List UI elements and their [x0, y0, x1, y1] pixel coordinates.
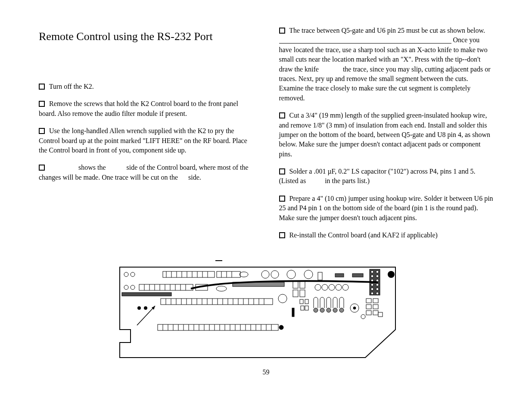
- checkbox-icon[interactable]: [279, 168, 285, 174]
- step-text: Re-install the Control board (and KAF2 i…: [289, 231, 438, 239]
- checkbox-icon[interactable]: [39, 165, 45, 171]
- svg-point-14: [124, 285, 128, 290]
- svg-point-113: [371, 292, 373, 295]
- page-title: Remote Control using the RS-232 Port: [39, 30, 253, 43]
- step-text: Use the long-handled Allen wrench suppli…: [39, 127, 247, 154]
- checkbox-icon[interactable]: [279, 232, 285, 238]
- right-step-2: Cut a 3/4" (19 mm) length of the supplie…: [279, 111, 494, 159]
- checkbox-icon[interactable]: [39, 84, 45, 90]
- svg-point-94: [333, 308, 337, 312]
- right-step-5: Re-install the Control board (and KAF2 i…: [279, 230, 494, 240]
- figure-container: [39, 256, 493, 360]
- right-column: The trace between Q5-gate and U6 pin 25 …: [279, 26, 494, 248]
- svg-rect-0: [163, 271, 215, 277]
- svg-rect-16: [139, 284, 193, 290]
- right-step-3: Solder a .001 µF, 0.2" LS capacitor ("10…: [279, 167, 494, 186]
- svg-rect-115: [366, 299, 371, 303]
- step-text: Turn off the K2.: [49, 83, 94, 90]
- right-step-4: Prepare a 4" (10 cm) jumper using hookup…: [279, 194, 494, 223]
- chip-body: [122, 293, 171, 296]
- two-column-layout: Remote Control using the RS-232 Port Tur…: [39, 26, 493, 248]
- step-text: shows the: [78, 164, 106, 171]
- left-step-3: Use the long-handled Allen wrench suppli…: [39, 126, 253, 155]
- svg-point-114: [376, 292, 379, 295]
- svg-rect-119: [366, 311, 371, 315]
- step-text: in the parts list.): [325, 177, 370, 184]
- step-text: side of the Control board, where most of…: [39, 164, 249, 181]
- page-root: Remote Control using the RS-232 Port Tur…: [0, 0, 532, 393]
- svg-point-109: [371, 283, 373, 286]
- svg-point-103: [371, 271, 373, 273]
- svg-point-105: [371, 275, 373, 277]
- svg-point-104: [376, 271, 379, 273]
- svg-rect-85: [292, 308, 294, 317]
- svg-rect-27: [161, 299, 273, 305]
- svg-point-110: [376, 283, 379, 286]
- checkbox-icon[interactable]: [39, 128, 45, 134]
- step-text: Remove the screws that hold the K2 Contr…: [39, 100, 238, 117]
- svg-rect-123: [335, 274, 344, 277]
- step-text: Cut a 3/4" (19 mm) length of the supplie…: [279, 112, 491, 158]
- left-step-1: Turn off the K2.: [39, 82, 253, 91]
- svg-rect-120: [373, 311, 378, 315]
- left-step-2: Remove the screws that hold the K2 Contr…: [39, 99, 253, 118]
- svg-point-92: [320, 308, 324, 312]
- pad-row-4: [158, 324, 283, 330]
- left-column: Remote Control using the RS-232 Port Tur…: [39, 26, 253, 248]
- svg-rect-122: [378, 312, 383, 317]
- svg-point-71: [279, 325, 283, 330]
- control-board-figure: [94, 256, 439, 360]
- step-text: Solder a .001 µF, 0.2" LS capacitor ("10…: [279, 168, 476, 184]
- page-number: 59: [39, 368, 493, 376]
- pad-dot-large: [388, 271, 395, 278]
- svg-point-93: [327, 308, 331, 312]
- svg-rect-124: [352, 274, 363, 277]
- svg-rect-118: [373, 305, 378, 309]
- svg-rect-1: [217, 271, 240, 277]
- svg-point-95: [339, 308, 344, 312]
- checkbox-icon[interactable]: [279, 196, 285, 202]
- step-text: Prepare a 4" (10 cm) jumper using hookup…: [279, 195, 493, 221]
- step-text: The trace between Q5-gate and U6 pin 25 …: [289, 27, 485, 34]
- pad-row-3: [161, 299, 273, 305]
- svg-point-112: [376, 288, 379, 290]
- svg-point-91: [314, 308, 318, 312]
- svg-rect-117: [366, 305, 371, 309]
- svg-rect-116: [373, 299, 378, 303]
- pad-row-1: [163, 271, 240, 277]
- left-step-4: shows the side of the Control board, whe…: [39, 163, 253, 182]
- pad-dot: [144, 306, 147, 310]
- svg-point-97: [353, 307, 356, 309]
- svg-point-106: [376, 275, 379, 277]
- checkbox-icon[interactable]: [279, 28, 285, 34]
- svg-point-15: [131, 285, 135, 290]
- step-text: side.: [188, 174, 201, 181]
- checkbox-icon[interactable]: [39, 101, 45, 107]
- svg-point-111: [371, 288, 373, 290]
- underline-fill: [279, 43, 451, 44]
- right-step-1: The trace between Q5-gate and U6 pin 25 …: [279, 26, 494, 103]
- pad-dot: [137, 306, 141, 310]
- checkbox-icon[interactable]: [279, 112, 285, 118]
- svg-rect-48: [158, 324, 278, 330]
